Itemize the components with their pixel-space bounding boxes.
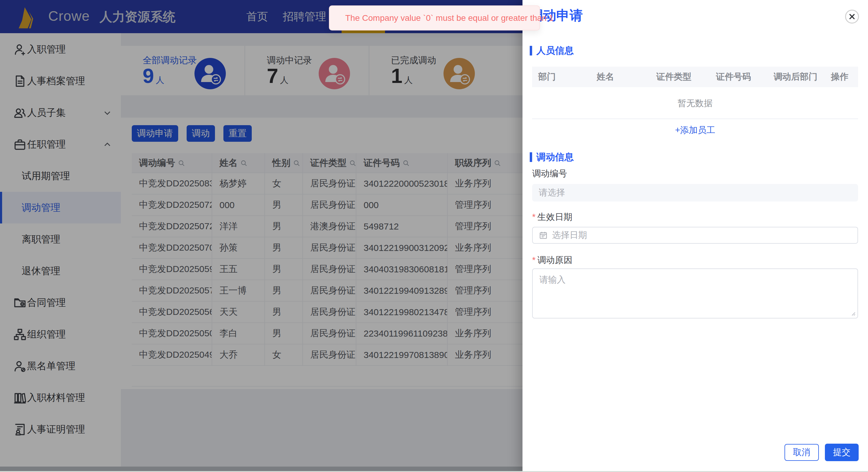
person-info-section-header: 人员信息 bbox=[530, 45, 574, 57]
submit-button[interactable]: 提交 bbox=[825, 444, 859, 461]
person-table-header: 部门姓名证件类型证件号码调动后部门操作 bbox=[532, 67, 858, 87]
person-column-header-姓名: 姓名 bbox=[591, 71, 650, 83]
transfer-apply-drawer: 调动申请 人员信息 部门姓名证件类型证件号码调动后部门操作 暂无数据 +添加员工… bbox=[523, 0, 868, 472]
calendar-icon bbox=[539, 231, 548, 240]
transfer-code-select[interactable]: 请选择 bbox=[532, 184, 858, 202]
section-title: 调动信息 bbox=[536, 151, 574, 164]
section-bar bbox=[530, 152, 532, 162]
close-icon bbox=[849, 13, 855, 20]
section-title: 人员信息 bbox=[536, 45, 574, 57]
date-placeholder: 选择日期 bbox=[552, 229, 587, 241]
transfer-reason-label: *调动原因 bbox=[532, 254, 572, 266]
cancel-button[interactable]: 取消 bbox=[784, 444, 819, 461]
person-column-header-证件号码: 证件号码 bbox=[710, 71, 768, 83]
person-info-table: 部门姓名证件类型证件号码调动后部门操作 暂无数据 bbox=[532, 67, 858, 119]
person-column-header-部门: 部门 bbox=[532, 71, 591, 83]
effective-date-input[interactable]: 选择日期 bbox=[532, 227, 858, 244]
transfer-code-label: 调动编号 bbox=[532, 168, 567, 180]
transfer-reason-textarea[interactable]: 请输入 bbox=[532, 268, 858, 319]
add-employee-link[interactable]: +添加员工 bbox=[532, 124, 858, 136]
transfer-info-section-header: 调动信息 bbox=[530, 151, 574, 164]
section-bar bbox=[530, 46, 532, 56]
error-toast-text: The Company value `0` must be equal or g… bbox=[345, 13, 554, 23]
error-toast: The Company value `0` must be equal or g… bbox=[329, 5, 540, 30]
drawer-footer: 取消 提交 bbox=[784, 444, 859, 461]
person-column-header-操作: 操作 bbox=[825, 71, 858, 83]
close-button[interactable] bbox=[845, 10, 859, 24]
resize-handle-icon[interactable] bbox=[849, 310, 856, 316]
person-column-header-证件类型: 证件类型 bbox=[650, 71, 710, 83]
empty-data-text: 暂无数据 bbox=[532, 87, 858, 119]
effective-date-label: *生效日期 bbox=[532, 211, 572, 223]
select-placeholder: 请选择 bbox=[539, 187, 565, 199]
textarea-placeholder: 请输入 bbox=[539, 275, 566, 285]
person-column-header-调动后部门: 调动后部门 bbox=[768, 71, 825, 83]
